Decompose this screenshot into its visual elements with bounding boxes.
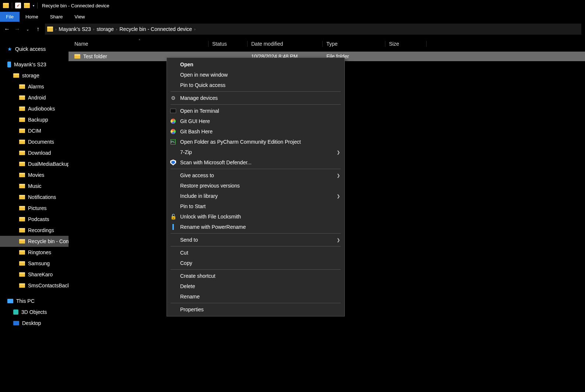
cm-git-bash[interactable]: Git Bash Here — [167, 126, 344, 137]
tree-folder[interactable]: Podcasts — [0, 214, 69, 225]
tree-folder[interactable]: SmsContactsBackup — [0, 280, 69, 291]
folder-icon — [24, 3, 30, 8]
address-bar-row: ← → ⌄ ↑ › Mayank's S23 › storage › Recyc… — [0, 22, 585, 36]
breadcrumb-item[interactable]: Recycle bin - Connected device — [119, 26, 192, 32]
cm-pin-start[interactable]: Pin to Start — [167, 201, 344, 211]
cm-pin-quick-access[interactable]: Pin to Quick access — [167, 80, 344, 90]
tree-folder[interactable]: Audiobooks — [0, 103, 69, 114]
cm-manage-devices[interactable]: ⚙Manage devices — [167, 93, 344, 103]
properties-icon[interactable]: ✔ — [15, 3, 21, 8]
folder-icon — [19, 283, 25, 288]
cm-open[interactable]: Open — [167, 59, 344, 70]
separator — [171, 246, 341, 246]
tree-storage[interactable]: storage — [0, 70, 69, 81]
tree-folder[interactable]: Alarms — [0, 81, 69, 92]
cm-defender[interactable]: Scan with Microsoft Defender... — [167, 157, 344, 168]
folder-icon — [19, 239, 25, 244]
sidebar-tree: ★Quick access Mayank's S23 storage Alarm… — [0, 36, 69, 392]
tree-folder[interactable]: Recordings — [0, 225, 69, 236]
tree-folder-selected[interactable]: Recycle bin - Connected device — [0, 236, 69, 247]
column-status[interactable]: Status — [209, 41, 248, 47]
address-bar[interactable]: › Mayank's S23 › storage › Recycle bin -… — [45, 24, 581, 35]
tree-folder[interactable]: Samsung — [0, 258, 69, 269]
context-menu: Open Open in new window Pin to Quick acc… — [167, 57, 345, 316]
cm-restore-versions[interactable]: Restore previous versions — [167, 181, 344, 191]
tab-file[interactable]: File — [0, 12, 20, 22]
tab-view[interactable]: View — [69, 12, 91, 22]
tree-folder[interactable]: Ringtones — [0, 247, 69, 258]
tree-device[interactable]: Mayank's S23 — [0, 59, 69, 70]
terminal-icon — [170, 108, 176, 114]
forward-button[interactable]: → — [14, 26, 21, 32]
folder-icon — [19, 173, 25, 177]
tree-folder[interactable]: Android — [0, 92, 69, 103]
column-name[interactable]: Name˄ — [71, 41, 209, 47]
column-headers: Name˄ Status Date modified Type Size — [69, 36, 585, 52]
folder-icon — [3, 3, 9, 8]
cm-unlock-locksmith[interactable]: 🔓Unlock with File Locksmith — [167, 211, 344, 222]
tree-folder[interactable]: Movies — [0, 169, 69, 181]
folder-icon — [19, 162, 25, 166]
tree-folder[interactable]: Documents — [0, 136, 69, 147]
cm-pycharm[interactable]: PCOpen Folder as PyCharm Community Editi… — [167, 137, 344, 147]
folder-icon — [47, 27, 53, 32]
recent-dropdown-icon[interactable]: ⌄ — [24, 26, 31, 32]
chevron-right-icon[interactable]: › — [93, 27, 94, 31]
lock-icon: 🔓 — [170, 213, 176, 220]
cm-send-to[interactable]: Send to❯ — [167, 235, 344, 245]
star-icon: ★ — [7, 46, 12, 52]
folder-icon — [19, 228, 25, 232]
tree-folder[interactable]: Notifications — [0, 192, 69, 203]
tree-folder[interactable]: Backupp — [0, 114, 69, 125]
tree-folder[interactable]: ShareKaro — [0, 269, 69, 280]
tab-home[interactable]: Home — [20, 12, 44, 22]
cm-give-access[interactable]: Give access to❯ — [167, 170, 344, 181]
cm-delete[interactable]: Delete — [167, 281, 344, 291]
column-date-modified[interactable]: Date modified — [248, 41, 323, 47]
qat-dropdown-icon[interactable]: ▾ — [33, 4, 34, 7]
up-button[interactable]: ↑ — [35, 26, 41, 32]
column-type[interactable]: Type — [323, 41, 385, 47]
folder-icon — [19, 84, 25, 89]
folder-icon — [19, 95, 25, 100]
cube-icon — [13, 309, 18, 315]
tree-folder[interactable]: Music — [0, 181, 69, 192]
tree-folder[interactable]: Download — [0, 147, 69, 158]
cm-include-library[interactable]: Include in library❯ — [167, 191, 344, 201]
file-name: Test folder — [83, 53, 107, 59]
cm-cut[interactable]: Cut — [167, 248, 344, 258]
chevron-right-icon[interactable]: › — [116, 27, 117, 31]
separator — [171, 104, 341, 105]
cm-copy[interactable]: Copy — [167, 258, 344, 268]
column-size[interactable]: Size — [385, 41, 427, 47]
cm-properties[interactable]: Properties — [167, 304, 344, 315]
cm-open-terminal[interactable]: Open in Terminal — [167, 106, 344, 116]
cm-create-shortcut[interactable]: Create shortcut — [167, 271, 344, 281]
cm-7zip[interactable]: 7-Zip❯ — [167, 147, 344, 157]
cm-rename[interactable]: Rename — [167, 291, 344, 302]
tree-folder[interactable]: DualMediaBackup — [0, 158, 69, 169]
phone-icon — [7, 62, 11, 67]
separator — [171, 269, 341, 270]
tree-quick-access[interactable]: ★Quick access — [0, 43, 69, 55]
tree-folder[interactable]: Pictures — [0, 203, 69, 214]
tree-desktop[interactable]: Desktop — [0, 318, 69, 329]
folder-icon — [19, 151, 25, 155]
tree-this-pc[interactable]: This PC — [0, 295, 69, 307]
breadcrumb-item[interactable]: Mayank's S23 — [59, 26, 91, 32]
breadcrumb-item[interactable]: storage — [97, 26, 114, 32]
tree-3d-objects[interactable]: 3D Objects — [0, 307, 69, 318]
tree-folder[interactable]: DCIM — [0, 125, 69, 136]
back-button[interactable]: ← — [4, 26, 10, 32]
chevron-right-icon[interactable]: › — [55, 27, 56, 31]
cm-open-new-window[interactable]: Open in new window — [167, 70, 344, 80]
chevron-right-icon: ❯ — [337, 238, 340, 242]
tab-share[interactable]: Share — [44, 12, 69, 22]
cm-git-gui[interactable]: Git GUI Here — [167, 116, 344, 126]
chevron-right-icon[interactable]: › — [194, 27, 195, 31]
title-bar: ✔ ▾ Recycle bin - Connected device — [0, 0, 585, 11]
folder-icon — [19, 140, 25, 144]
cm-power-rename[interactable]: Rename with PowerRename — [167, 222, 344, 232]
separator — [171, 91, 341, 92]
chevron-right-icon: ❯ — [337, 194, 340, 199]
